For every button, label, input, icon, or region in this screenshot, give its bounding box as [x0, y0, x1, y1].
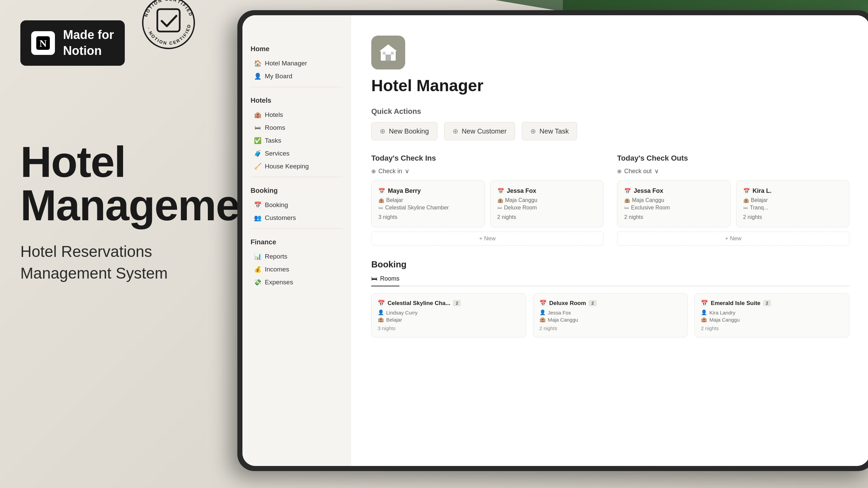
quick-actions-row: ⊕ New Booking ⊕ New Customer ⊕ New Task: [371, 122, 849, 140]
grid-nights-1: 2 nights: [539, 325, 682, 331]
housekeeping-icon: 🧹: [254, 163, 261, 170]
app-icon: [371, 36, 405, 69]
svg-rect-8: [386, 55, 391, 61]
main-heading: Hotel Management Hotel Reservations Mana…: [20, 140, 203, 284]
checkins-header: Today's Check Ins: [371, 154, 604, 163]
grid-loc-icon-1: 🏨: [539, 317, 546, 323]
tablet-screen: Home 🏠 Hotel Manager 👤 My Board Hotels 🏨…: [242, 15, 868, 466]
sidebar-item-booking[interactable]: 📅 Booking: [251, 199, 342, 211]
sidebar-finance-label: Finance: [251, 238, 342, 246]
checkout-loc-icon-0: 🏨: [624, 198, 630, 203]
checkin-nights-0: 3 nights: [378, 214, 478, 220]
checkout-cal-icon-1: 📅: [743, 188, 750, 194]
booking-tabs-row: 🛏 Rooms: [371, 275, 849, 286]
svg-marker-7: [379, 44, 397, 51]
checkin-circle-icon: ⊕: [371, 168, 376, 175]
checkout-loc-icon-1: 🏨: [743, 198, 749, 203]
grid-card-icon-1: 📅: [539, 300, 547, 307]
sidebar-item-hotel-manager[interactable]: 🏠 Hotel Manager: [251, 57, 342, 70]
sidebar-item-expenses[interactable]: 💸 Expenses: [251, 276, 342, 289]
booking-section: Booking 🛏 Rooms 📅 Celestial Skyline Cha.…: [371, 259, 849, 338]
notion-badge: N Made for Notion: [20, 20, 125, 66]
checkout-card-0: 📅 Jessa Fox 🏨 Maja Canggu 🛏 Exclusive R: [617, 180, 731, 227]
sidebar-booking-label: Booking: [251, 187, 342, 195]
hotel-manager-icon: 🏠: [254, 60, 261, 67]
checkouts-section: Today's Check Outs ⊕ Check out ∨ 📅 Jessa…: [617, 154, 849, 246]
grid-nights-2: 2 nights: [701, 325, 843, 331]
my-board-icon: 👤: [254, 73, 261, 80]
card-cal-icon-1: 📅: [497, 188, 504, 194]
room-icon-1: 🛏: [497, 205, 502, 210]
quick-actions-label: Quick Actions: [371, 107, 849, 116]
room-icon-0: 🛏: [378, 205, 383, 210]
sidebar-item-housekeeping[interactable]: 🧹 House Keeping: [251, 160, 342, 173]
hotels-icon: 🏨: [254, 111, 261, 119]
reports-icon: 📊: [254, 253, 261, 260]
tablet-container: Home 🏠 Hotel Manager 👤 My Board Hotels 🏨…: [224, 10, 868, 478]
checkin-cards-row: 📅 Maya Berry 🏨 Belajar 🛏 Celestial Skyl: [371, 180, 604, 227]
main-content: Hotel Manager Quick Actions ⊕ New Bookin…: [351, 15, 868, 466]
new-task-button[interactable]: ⊕ New Task: [522, 122, 577, 140]
new-customer-plus-icon: ⊕: [453, 127, 458, 135]
svg-text:N: N: [39, 38, 47, 49]
grid-loc-icon-2: 🏨: [701, 317, 707, 323]
booking-grid: 📅 Celestial Skyline Cha... 2 👤 Lindsay C…: [371, 293, 849, 338]
sidebar-item-hotels[interactable]: 🏨 Hotels: [251, 108, 342, 121]
customers-icon: 👥: [254, 214, 261, 222]
checkout-cards-row: 📅 Jessa Fox 🏨 Maja Canggu 🛏 Exclusive R: [617, 180, 849, 227]
checkout-card-1: 📅 Kira L. 🏨 Belajar 🛏 Tranq...: [736, 180, 850, 227]
checkout-action[interactable]: ⊕ Check out ∨: [617, 167, 849, 175]
new-customer-button[interactable]: ⊕ New Customer: [444, 122, 515, 140]
grid-loc-icon-0: 🏨: [378, 317, 384, 323]
sidebar-item-my-board[interactable]: 👤 My Board: [251, 70, 342, 83]
checkout-circle-icon: ⊕: [617, 168, 622, 175]
checkin-new-button[interactable]: + New: [371, 231, 604, 246]
checkout-room-icon-0: 🛏: [624, 205, 629, 210]
checkin-nights-1: 2 nights: [497, 214, 597, 220]
booking-grid-card-1: 📅 Deluxe Room 2 👤 Jessa Fox 🏨 Maja Cangg…: [533, 293, 688, 338]
left-panel: N Made for Notion NOTION CERTIFIED · NOT…: [0, 0, 224, 488]
checkout-cal-icon-0: 📅: [624, 188, 631, 194]
tab-rooms[interactable]: 🛏 Rooms: [371, 275, 399, 286]
sidebar-home-label: Home: [251, 45, 342, 53]
grid-nights-0: 3 nights: [378, 325, 520, 331]
grid-person-icon-0: 👤: [378, 309, 384, 316]
notion-badge-text: Made for Notion: [63, 27, 114, 59]
booking-icon: 📅: [254, 201, 261, 209]
incomes-icon: 💰: [254, 266, 261, 273]
rooms-icon: 🛏: [254, 124, 261, 131]
checkout-room-icon-1: 🛏: [743, 205, 748, 210]
booking-section-header: Booking: [371, 259, 849, 270]
hotel-icon-svg: [378, 42, 398, 63]
new-booking-button[interactable]: ⊕ New Booking: [371, 122, 437, 140]
grid-person-icon-2: 👤: [701, 309, 707, 316]
checkin-card-1: 📅 Jessa Fox 🏨 Maja Canggu 🛏 Deluxe Room: [490, 180, 604, 227]
checkin-action[interactable]: ⊕ Check in ∨: [371, 167, 604, 175]
location-icon-0: 🏨: [378, 198, 384, 203]
expenses-icon: 💸: [254, 279, 261, 286]
new-booking-plus-icon: ⊕: [380, 127, 386, 135]
tasks-icon: ✅: [254, 137, 261, 144]
svg-rect-9: [383, 52, 386, 55]
sidebar-item-tasks[interactable]: ✅ Tasks: [251, 134, 342, 147]
notion-logo-icon: N: [31, 31, 55, 55]
card-cal-icon-0: 📅: [378, 188, 385, 194]
sidebar-item-incomes[interactable]: 💰 Incomes: [251, 263, 342, 276]
certified-badge: NOTION CERTIFIED · NOTION CERTIFIED ·: [140, 0, 197, 52]
location-icon-1: 🏨: [497, 198, 503, 203]
notion-sidebar: Home 🏠 Hotel Manager 👤 My Board Hotels 🏨…: [242, 15, 351, 466]
sidebar-item-customers[interactable]: 👥 Customers: [251, 211, 342, 224]
grid-person-icon-1: 👤: [539, 309, 546, 316]
sidebar-item-services[interactable]: 🧳 Services: [251, 147, 342, 160]
tablet-frame: Home 🏠 Hotel Manager 👤 My Board Hotels 🏨…: [237, 10, 868, 471]
sidebar-item-reports[interactable]: 📊 Reports: [251, 250, 342, 263]
svg-rect-10: [391, 52, 394, 55]
sidebar-item-rooms[interactable]: 🛏 Rooms: [251, 121, 342, 134]
grid-card-icon-0: 📅: [378, 300, 385, 307]
new-task-plus-icon: ⊕: [530, 127, 536, 135]
sidebar-hotels-label: Hotels: [251, 97, 342, 104]
checkin-card-0: 📅 Maya Berry 🏨 Belajar 🛏 Celestial Skyl: [371, 180, 485, 227]
checkout-new-button[interactable]: + New: [617, 231, 849, 246]
checkin-checkout-section: Today's Check Ins ⊕ Check in ∨ 📅 Maya Be…: [371, 154, 849, 246]
checkins-section: Today's Check Ins ⊕ Check in ∨ 📅 Maya Be…: [371, 154, 604, 246]
